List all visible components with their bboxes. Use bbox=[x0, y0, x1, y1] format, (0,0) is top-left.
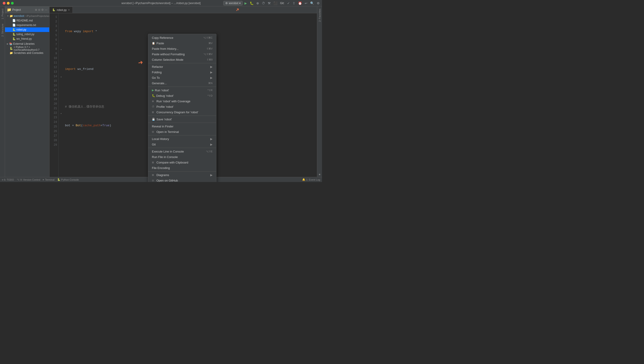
context-menu-paste[interactable]: 📋 Paste ⌘V bbox=[148, 40, 216, 46]
context-menu-file-encoding[interactable]: File Encoding bbox=[148, 165, 216, 170]
concurrency-label: Concurrency Diagram for 'robot' bbox=[156, 110, 212, 114]
git-push-icon[interactable]: ⇧ bbox=[292, 1, 296, 6]
tree-item-robot[interactable]: 🐍 robot.py bbox=[5, 27, 49, 32]
bottom-terminal[interactable]: ▸ Terminal bbox=[43, 178, 54, 181]
req-file-icon: 📄 bbox=[12, 24, 16, 27]
toolbar-icons: ▶ 🐛 ⊕ ⏱ ⚒ ⬛ Git: ✓ ⇧ ⏰ ↩ 🔍 ⚙ bbox=[244, 1, 320, 6]
column-select-label: Column Selection Mode bbox=[152, 58, 206, 61]
search-button[interactable]: 🔍 bbox=[310, 1, 314, 6]
tab-py-icon: 🐍 bbox=[52, 9, 56, 12]
context-menu-git[interactable]: Git ▶ bbox=[148, 142, 216, 147]
fold-marker-15[interactable]: ▾ bbox=[60, 75, 63, 79]
context-menu-save[interactable]: 💾 Save 'robot' bbox=[148, 116, 216, 122]
paste-icon: 📋 bbox=[152, 42, 156, 45]
tree-item-wx-friend[interactable]: 🐍 wx_friend.py bbox=[5, 37, 49, 41]
tab-label: robot.py bbox=[57, 9, 66, 12]
project-panel: 📁 Project ⊕ ⊖ ⚙ — ▼ 📁 wxrobot ~/PycharmP… bbox=[5, 7, 50, 177]
context-menu-refactor[interactable]: Refactor ▶ bbox=[148, 64, 216, 69]
generate-label: Generate... bbox=[152, 82, 208, 85]
bottom-todo[interactable]: ≡ 6: TODO bbox=[2, 178, 14, 181]
todo-label: 6: TODO bbox=[4, 178, 14, 181]
separator-7 bbox=[148, 171, 216, 171]
folder-icon: 📁 bbox=[10, 14, 13, 18]
bottom-event-log[interactable]: 🔔 1: Event Log bbox=[302, 178, 320, 181]
context-menu-diagrams[interactable]: ⊞ Diagrams ▶ bbox=[148, 172, 216, 178]
terminal-icon: ⊟ bbox=[152, 130, 156, 133]
tree-item-scratches[interactable]: 📁 Scratches and Consoles bbox=[5, 51, 49, 55]
profile-button[interactable]: ⏱ bbox=[261, 1, 266, 6]
terminal-bottom-icon: ▸ bbox=[43, 178, 44, 181]
context-menu-local-history[interactable]: Local History ▶ bbox=[148, 136, 216, 142]
context-menu-run-robot[interactable]: ▶ Run 'robot' ^⇧R bbox=[148, 87, 216, 93]
run-button[interactable]: ▶ bbox=[244, 1, 248, 6]
context-menu-run-coverage[interactable]: ⊕ Run 'robot' with Coverage bbox=[148, 98, 216, 104]
wx-py-icon: 🐍 bbox=[12, 37, 16, 40]
git-history-icon[interactable]: ⏰ bbox=[298, 1, 302, 6]
context-menu-copy-reference[interactable]: Copy Reference ⌥⇧⌘C bbox=[148, 35, 216, 40]
debug-button[interactable]: 🐛 bbox=[249, 1, 254, 6]
tree-item-root[interactable]: ▼ 📁 wxrobot ~/PycharmProjects/wxrobot bbox=[5, 14, 49, 18]
tab-close-button[interactable]: ✕ bbox=[68, 9, 70, 11]
tree-item-readme[interactable]: 📄 README.md bbox=[5, 18, 49, 23]
fold-marker-22[interactable]: ▾ bbox=[60, 112, 63, 115]
stop-button[interactable]: ⬛ bbox=[273, 1, 278, 6]
tab-robot-py[interactable]: 🐍 robot.py ✕ bbox=[50, 7, 73, 13]
execute-line-label: Execute Line in Console bbox=[152, 150, 206, 153]
tree-item-python37[interactable]: 🐍 < Python 3.7 > /usr/local/bin/python3.… bbox=[5, 46, 49, 51]
refactor-label: Refactor bbox=[152, 65, 209, 69]
local-history-arrow: ▶ bbox=[210, 137, 212, 141]
project-settings-icon[interactable]: ⚙ bbox=[41, 8, 44, 12]
sidebar-item-favorites[interactable]: 2: Favorites bbox=[318, 7, 322, 23]
context-menu-folding[interactable]: Folding ▶ bbox=[148, 69, 216, 75]
column-select-shortcut: ⇧⌘8 bbox=[206, 58, 212, 61]
project-expand-icon[interactable]: ⊕ bbox=[35, 8, 37, 12]
bottom-version-control[interactable]: ⌥ 9: Version Control bbox=[17, 178, 40, 181]
folder-expand-icon: ▼ bbox=[7, 15, 9, 17]
context-menu-paste-history[interactable]: Paste from History... ⇧⌘V bbox=[148, 46, 216, 51]
vc-label: 9: Version Control bbox=[20, 178, 40, 181]
local-history-label: Local History bbox=[152, 137, 209, 141]
maximize-button[interactable] bbox=[11, 2, 14, 5]
context-menu-reveal-finder[interactable]: Reveal in Finder bbox=[148, 123, 216, 129]
compare-clipboard-icon: ⊞ bbox=[152, 161, 156, 164]
settings-button[interactable]: ⚙ bbox=[316, 1, 320, 6]
context-menu-concurrency[interactable]: ⊞ Concurrency Diagram for 'robot' bbox=[148, 109, 216, 115]
project-close-icon[interactable]: — bbox=[45, 8, 48, 12]
context-menu-generate[interactable]: Generate... ⌘N bbox=[148, 80, 216, 86]
fold-marker-9[interactable]: ▾ bbox=[60, 48, 63, 51]
context-menu-column-select[interactable]: Column Selection Mode ⇧⌘8 bbox=[148, 57, 216, 62]
context-menu-debug-robot[interactable]: 🐛 Debug 'robot' ^⇧D bbox=[148, 93, 216, 98]
context-menu-compare-clipboard[interactable]: ⊞ Compare with Clipboard bbox=[148, 160, 216, 165]
context-menu-goto[interactable]: Go To ▶ bbox=[148, 75, 216, 80]
tree-item-tuling-robot[interactable]: 🐍 tuling_robot.py bbox=[5, 32, 49, 37]
context-menu-open-github[interactable]: ⊙ Open on GitHub bbox=[148, 178, 216, 182]
minimize-button[interactable] bbox=[7, 2, 10, 5]
bottom-python-console[interactable]: 🐍 Python Console bbox=[57, 178, 79, 181]
ext-libs-name: External Libraries bbox=[13, 42, 34, 46]
tree-item-external-libs[interactable]: ▶ 📚 External Libraries bbox=[5, 42, 49, 46]
code-line-1: from wxpy import * bbox=[65, 29, 315, 34]
robot-filename: robot.py bbox=[16, 28, 26, 31]
sidebar-item-project[interactable]: 1: Project bbox=[0, 7, 5, 21]
save-label: Save 'robot' bbox=[156, 118, 212, 121]
open-terminal-label: Open in Terminal bbox=[156, 130, 212, 134]
tuling-py-icon: 🐍 bbox=[12, 33, 16, 36]
toolbar-right: ⚙ wxrobot ▾ ▶ 🐛 ⊕ ⏱ ⚒ ⬛ Git: ✓ ⇧ ⏰ ↩ 🔍 ⚙ bbox=[223, 1, 320, 6]
context-menu-run-file[interactable]: Run File in Console bbox=[148, 154, 216, 160]
star-icon[interactable]: ★ bbox=[318, 173, 321, 176]
paste-label: Paste bbox=[156, 42, 208, 45]
context-menu-paste-no-format[interactable]: Paste without Formatting ⌥⇧⌘V bbox=[148, 51, 216, 57]
git-commit-icon[interactable]: ✓ bbox=[287, 1, 290, 6]
git-revert-icon[interactable]: ↩ bbox=[304, 1, 308, 6]
coverage-button[interactable]: ⊕ bbox=[256, 1, 260, 6]
context-menu-execute-line[interactable]: Execute Line in Console ⌥⇧E bbox=[148, 149, 216, 154]
project-collapse-icon[interactable]: ⊖ bbox=[38, 8, 40, 12]
tree-item-requirements[interactable]: 📄 requirements.txt bbox=[5, 23, 49, 27]
context-menu-profile[interactable]: ⏱ Profile 'robot' bbox=[148, 104, 216, 109]
run-config-selector[interactable]: ⚙ wxrobot ▾ bbox=[223, 1, 243, 6]
build-button[interactable]: ⚒ bbox=[267, 1, 271, 6]
close-button[interactable] bbox=[3, 2, 6, 5]
context-menu-open-terminal[interactable]: ⊟ Open in Terminal bbox=[148, 129, 216, 134]
code-gutter: ▾ ▾ ▾ bbox=[58, 13, 63, 177]
sidebar-item-structure[interactable]: 2: Structure bbox=[0, 22, 5, 38]
